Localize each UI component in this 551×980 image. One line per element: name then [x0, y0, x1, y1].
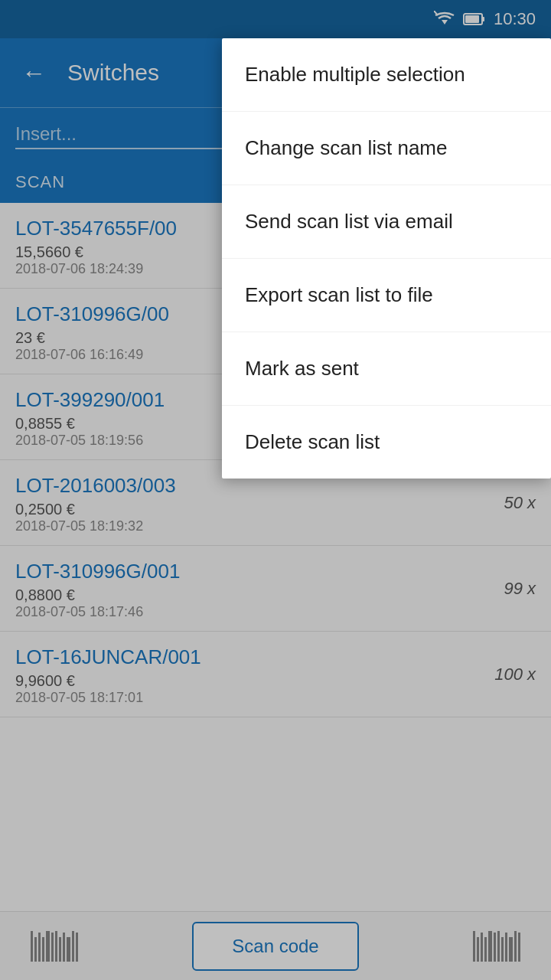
menu-item-send-scan-list-email[interactable]: Send scan list via email	[222, 185, 551, 259]
menu-item-delete-scan-list[interactable]: Delete scan list	[222, 406, 551, 479]
menu-item-enable-multiple-selection[interactable]: Enable multiple selection	[222, 38, 551, 112]
menu-item-change-scan-list-name[interactable]: Change scan list name	[222, 112, 551, 185]
menu-item-export-scan-list-file[interactable]: Export scan list to file	[222, 259, 551, 332]
menu-item-mark-as-sent[interactable]: Mark as sent	[222, 332, 551, 406]
dropdown-menu: Enable multiple selection Change scan li…	[222, 38, 551, 479]
